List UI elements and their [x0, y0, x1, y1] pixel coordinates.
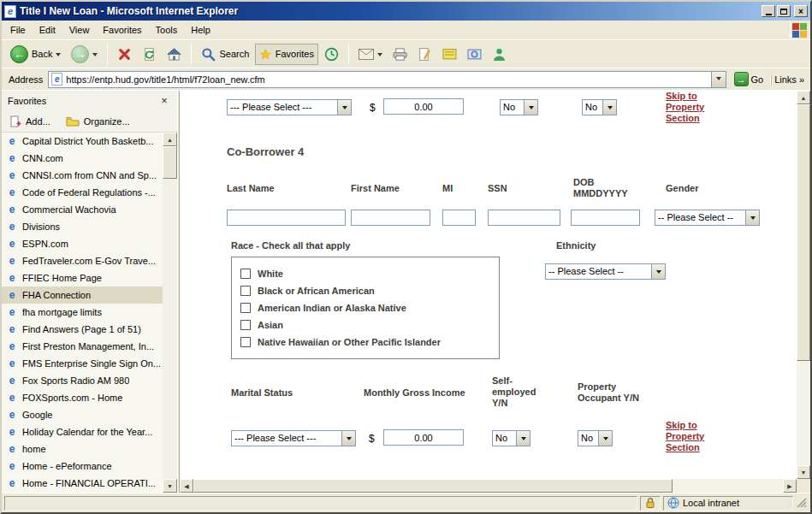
scroll-up-button[interactable]: ▲ [797, 91, 810, 104]
property-occupant-select[interactable]: No [578, 430, 613, 446]
chevron-down-icon[interactable] [337, 100, 351, 115]
favorite-item[interactable]: eHome - ePeformance [2, 458, 163, 475]
refresh-button[interactable] [138, 44, 161, 65]
add-favorite-button[interactable]: Add... [9, 115, 50, 127]
ssn-input[interactable] [488, 210, 560, 226]
favorite-item[interactable]: eCommercial Wachovia [2, 201, 163, 218]
favorite-item[interactable]: eDivisions [2, 218, 163, 235]
favorite-item[interactable]: eCode of Federal Regulations -... [2, 184, 163, 201]
address-dropdown-button[interactable] [711, 72, 726, 87]
race-option[interactable]: White [240, 265, 499, 282]
monthly-income-input-top[interactable] [383, 98, 464, 115]
checkbox-icon[interactable] [240, 337, 251, 347]
chevron-down-icon[interactable] [602, 100, 616, 115]
menu-favorites[interactable]: Favorites [96, 22, 148, 38]
property-occupant-select-top[interactable]: No [582, 99, 617, 115]
favorites-scrollbar[interactable]: ▲ ▼ [163, 133, 177, 493]
favorite-item[interactable]: eCapital District Youth Basketb... [2, 133, 163, 150]
marital-status-select[interactable]: --- Please Select --- [231, 430, 356, 446]
chevron-down-icon[interactable] [745, 210, 759, 225]
mail-dropdown-icon[interactable] [377, 53, 382, 59]
scroll-left-button[interactable]: ◀ [180, 479, 193, 493]
edit-button[interactable] [413, 44, 436, 65]
vertical-scrollbar[interactable]: ▲ ▼ [797, 91, 810, 479]
forward-button[interactable]: → [67, 42, 102, 67]
race-option[interactable]: Black or African American [240, 282, 499, 299]
favorite-item[interactable]: eCNN.com [2, 150, 163, 167]
favorite-item[interactable]: eFind Answers (Page 1 of 51) [2, 321, 163, 338]
checkbox-icon[interactable] [240, 320, 251, 330]
checkbox-icon[interactable] [240, 286, 251, 296]
skip-to-property-link[interactable]: Skip to Property Section [666, 420, 720, 453]
checkbox-icon[interactable] [240, 269, 251, 279]
address-input[interactable]: e https://entp.hud.gov/title1/html/f72lo… [48, 71, 726, 88]
messenger-button[interactable] [488, 44, 511, 65]
monthly-income-input[interactable] [383, 429, 464, 446]
back-button[interactable]: ← Back [6, 42, 65, 67]
skip-to-property-link-top[interactable]: Skip to Property Section [666, 91, 720, 124]
mi-input[interactable] [442, 210, 476, 226]
checkbox-icon[interactable] [240, 303, 251, 313]
favorite-item[interactable]: ehome [2, 440, 163, 458]
menu-view[interactable]: View [62, 22, 97, 38]
last-name-input[interactable] [227, 210, 346, 226]
favorites-button[interactable]: ★ Favorites [255, 44, 318, 65]
menu-help[interactable]: Help [184, 22, 217, 38]
scroll-down-button[interactable]: ▼ [797, 465, 810, 479]
stop-button[interactable] [113, 44, 136, 65]
favorite-item[interactable]: eFMS Enterprise Single Sign On... [2, 355, 163, 372]
history-button[interactable] [320, 44, 343, 65]
scrollbar-thumb[interactable] [797, 104, 810, 361]
favorite-item[interactable]: eESPN.com [2, 235, 163, 252]
marital-status-select-top[interactable]: --- Please Select --- [227, 99, 352, 115]
race-option[interactable]: Asian [240, 316, 499, 334]
gender-select[interactable]: -- Please Select -- [655, 210, 760, 226]
favorite-item[interactable]: efha mortgage limits [2, 304, 163, 321]
favorite-item[interactable]: eFox Sports Radio AM 980 [2, 372, 163, 389]
favorite-item[interactable]: eCNNSI.com from CNN and Sp... [2, 167, 163, 184]
scroll-up-button[interactable]: ▲ [163, 133, 177, 146]
links-toolbar[interactable]: Links » [771, 74, 807, 85]
menu-edit[interactable]: Edit [33, 22, 62, 38]
ethnicity-select[interactable]: -- Please Select -- [545, 263, 666, 280]
print-button[interactable] [388, 44, 412, 65]
search-button[interactable]: Search [197, 44, 253, 65]
scrollbar-thumb[interactable] [193, 479, 673, 493]
chevron-down-icon[interactable] [651, 264, 665, 279]
first-name-input[interactable] [351, 210, 430, 226]
resize-grip[interactable] [796, 496, 808, 511]
scroll-down-button[interactable]: ▼ [163, 479, 177, 493]
chevron-down-icon[interactable] [524, 100, 537, 115]
self-employed-select-top[interactable]: No [500, 99, 538, 115]
favorite-item[interactable]: eFedTraveler.com E-Gov Trave... [2, 252, 163, 269]
favorite-item[interactable]: eHoliday Calendar for the Year... [2, 423, 163, 440]
self-employed-select[interactable]: No [492, 430, 530, 446]
favorites-close-button[interactable]: × [157, 95, 171, 108]
links-chevron-icon[interactable]: » [799, 74, 804, 85]
favorite-item[interactable]: eHome - FINANCIAL OPERATI... [2, 475, 163, 492]
back-dropdown-icon[interactable] [56, 53, 61, 59]
favorite-item[interactable]: eFHA Connection [2, 287, 163, 304]
race-option[interactable]: American Indian or Alaska Native [240, 299, 499, 316]
favorite-item[interactable]: eGoogle [2, 406, 163, 423]
favorite-item[interactable]: eFOXSports.com - Home [2, 389, 163, 406]
discuss-button[interactable] [438, 44, 461, 65]
minimize-button[interactable] [762, 5, 775, 17]
menu-tools[interactable]: Tools [149, 22, 185, 38]
dob-input[interactable] [571, 210, 640, 226]
chevron-down-icon[interactable] [516, 431, 530, 446]
home-button[interactable] [163, 44, 186, 65]
scroll-right-button[interactable]: ▶ [783, 479, 797, 493]
favorite-item[interactable]: eFFIEC Home Page [2, 269, 163, 287]
favorite-item[interactable]: eFirst Preston Management, In... [2, 338, 163, 355]
forward-dropdown-icon[interactable] [92, 53, 98, 59]
chevron-down-icon[interactable] [598, 431, 612, 446]
horizontal-scrollbar[interactable]: ◀ ▶ [180, 479, 797, 493]
organize-favorites-button[interactable]: Organize... [66, 116, 130, 127]
scrollbar-thumb[interactable] [163, 146, 177, 179]
research-button[interactable] [463, 44, 486, 65]
chevron-down-icon[interactable] [341, 431, 355, 446]
go-button[interactable]: → Go [732, 72, 767, 86]
maximize-button[interactable] [777, 5, 791, 17]
mail-button[interactable] [354, 45, 387, 63]
